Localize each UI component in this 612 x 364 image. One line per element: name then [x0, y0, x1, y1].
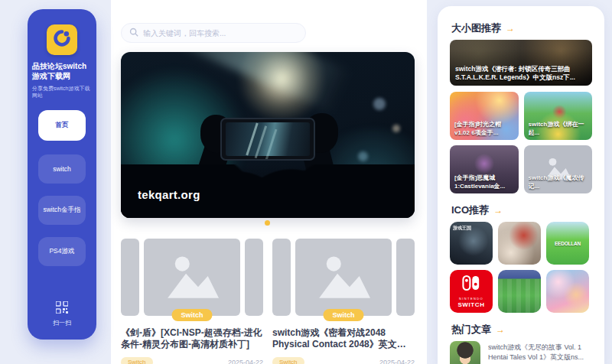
article-title: switch游戏《密着对战2048 Physical Contact 2048》… — [272, 327, 415, 350]
search-icon — [129, 26, 138, 40]
platform-badge: Switch — [323, 309, 363, 321]
recommend-title: switch游戏《魔农传记... — [529, 174, 588, 190]
ico-item-soccer-game[interactable] — [498, 270, 541, 313]
bokeh-light — [358, 151, 368, 161]
sidebar: 品技论坛switch游戏下载网 分享免费switch游戏下载网站 首页 swit… — [28, 9, 96, 340]
sidebar-item-switch-cheats[interactable]: switch金手指 — [38, 196, 86, 225]
thumb-placeholder: Switch — [295, 239, 392, 316]
thumbnail-watermark: 游戏王国 — [453, 225, 471, 232]
article-title: 《剑-盾》[XCI-NSP-超强存档-进化条件-精灵分布图-高清材质补丁] — [121, 327, 263, 350]
thumb-placeholder: Switch — [144, 239, 240, 316]
recommend-card[interactable]: switch游戏《魔农传记... — [524, 145, 593, 193]
recommend-title: [金手指]恶魔城 1:Castlevania金... — [454, 174, 514, 190]
thumb-slice — [272, 239, 291, 316]
ico-item-anime-art[interactable] — [546, 270, 589, 313]
image-placeholder-icon — [314, 249, 373, 306]
recommend-card[interactable]: [金手指]恶魔城 1:Castlevania金... — [450, 145, 519, 193]
ico-grid: 游戏王国 EEDOLLAN NINTENDO SWITCH — [450, 222, 592, 313]
sidebar-item-switch[interactable]: switch — [38, 154, 86, 184]
scan-qr-button[interactable]: 扫一扫 — [28, 301, 96, 327]
site-logo[interactable] — [47, 24, 77, 55]
ico-item-monster-art[interactable] — [498, 222, 541, 265]
nintendo-switch-logo-icon — [461, 275, 481, 294]
recommend-title: switch游戏《绑在一起... — [529, 121, 588, 137]
featured-card[interactable]: switch游戏《潜行者: 封锁区传奇三部曲 S.T.A.L.K.E.R. Le… — [450, 40, 592, 86]
article-card[interactable]: Switch switch游戏《密着对战2048 Physical Contac… — [272, 239, 415, 364]
arrow-right-icon: → — [496, 324, 505, 335]
ico-item-dark-scene[interactable]: 游戏王国 — [450, 222, 493, 265]
section-heading-ico[interactable]: ICO推荐 → — [451, 203, 503, 217]
search-bar — [121, 23, 306, 43]
article-thumb-carousel: Switch — [121, 239, 263, 316]
thumb-slice — [121, 239, 139, 316]
featured-title: switch游戏《潜行者: 封锁区传奇三部曲 S.T.A.L.K.E.R. Le… — [455, 65, 587, 82]
scan-label: 扫一扫 — [53, 319, 71, 327]
heading-text: 大小图推荐 — [451, 21, 501, 35]
bokeh-light — [392, 125, 400, 132]
qr-code-icon — [56, 301, 68, 317]
platform-badge: Switch — [171, 309, 212, 321]
article-card[interactable]: Switch 《剑-盾》[XCI-NSP-超强存档-进化条件-精灵分布图-高清材… — [121, 239, 263, 364]
section-heading-recommend[interactable]: 大小图推荐 → — [451, 21, 515, 35]
bokeh-light — [373, 98, 386, 110]
site-subtitle: 分享免费switch游戏下载网站 — [32, 85, 92, 99]
arrow-right-icon: → — [493, 205, 503, 216]
logo-swirl-icon — [52, 28, 72, 51]
recommend-grid: [金手指]时光之帽 v1.02 6项金手... switch游戏《绑在一起...… — [450, 92, 592, 193]
article-date: 2025-04-22 — [228, 359, 263, 364]
phone-screen — [226, 122, 310, 156]
recommend-card[interactable]: switch游戏《绑在一起... — [524, 92, 593, 140]
article-thumb-carousel: Switch — [272, 239, 415, 316]
hero-carousel-slide[interactable]: tekqart.org — [121, 52, 415, 218]
image-placeholder-icon — [162, 249, 222, 306]
sidebar-item-ps4-games[interactable]: PS4游戏 — [38, 237, 86, 266]
heading-text: ICO推荐 — [451, 203, 489, 217]
thumb-slice — [245, 239, 263, 316]
page: 品技论坛switch游戏下载网 分享免费switch游戏下载网站 首页 swit… — [0, 0, 612, 364]
switch-label: SWITCH — [457, 301, 484, 308]
hot-article-title: switch游戏《无尽的故事 Vol. 1 Hentai Tales Vol 1… — [488, 341, 592, 364]
site-title: 品技论坛switch游戏下载网 — [32, 61, 92, 81]
hot-article-item[interactable]: switch游戏《无尽的故事 Vol. 1 Hentai Tales Vol 1… — [450, 341, 592, 364]
carousel-dot[interactable] — [265, 220, 270, 226]
hero-watermark: tekqart.org — [138, 188, 200, 201]
arrow-right-icon: → — [506, 23, 515, 34]
phone-silhouette — [220, 118, 315, 161]
thumb-slice — [396, 239, 415, 316]
ico-item-cartoon-cover[interactable]: EEDOLLAN — [546, 222, 589, 265]
sidebar-item-home[interactable]: 首页 — [38, 110, 86, 141]
section-heading-hot-articles[interactable]: 热门文章 → — [451, 323, 505, 336]
recommend-title: [金手指]时光之帽 v1.02 6项金手... — [454, 121, 514, 137]
hot-article-thumbnail — [450, 341, 480, 364]
ico-item-nintendo-switch[interactable]: NINTENDO SWITCH — [450, 270, 493, 313]
right-panel: 大小图推荐 → switch游戏《潜行者: 封锁区传奇三部曲 S.T.A.L.K… — [438, 6, 604, 364]
heading-text: 热门文章 — [451, 323, 491, 336]
recommend-card[interactable]: [金手指]时光之帽 v1.02 6项金手... — [450, 92, 519, 140]
cover-text: EEDOLLAN — [555, 241, 581, 246]
search-input[interactable] — [143, 29, 298, 37]
article-date: 2025-04-22 — [379, 359, 415, 364]
category-tag[interactable]: Switch — [121, 357, 153, 364]
category-tag[interactable]: Switch — [272, 357, 304, 364]
nintendo-label: NINTENDO — [459, 297, 483, 301]
